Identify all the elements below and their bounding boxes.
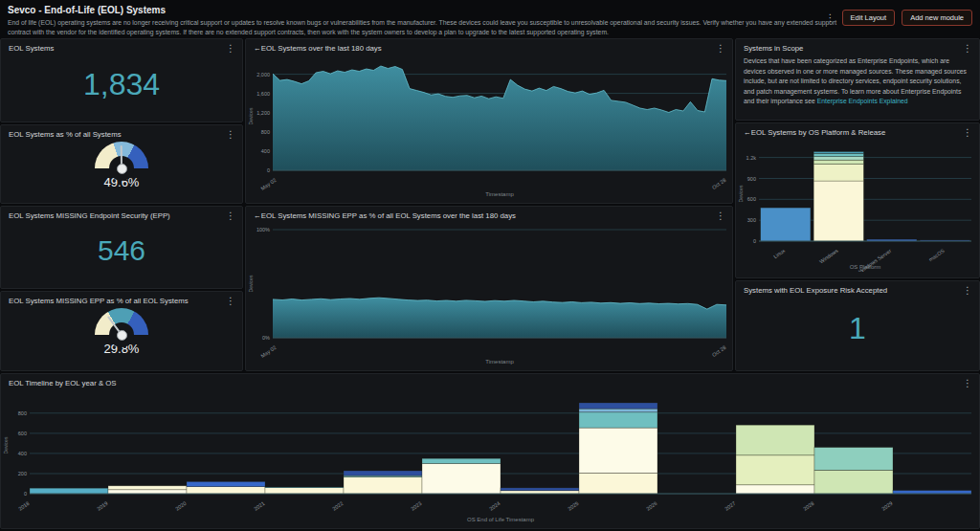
svg-text:1,600: 1,600 [256, 91, 270, 97]
svg-text:0: 0 [24, 491, 27, 497]
kebab-menu-icon[interactable]: ⋮ [226, 130, 235, 140]
svg-text:Linux: Linux [772, 248, 786, 260]
kebab-menu-icon[interactable]: ⋮ [826, 13, 835, 23]
chart-title-drilldown-link[interactable]: ←EOL Systems by OS Platform & Release [744, 128, 885, 137]
kebab-menu-icon[interactable]: ⋮ [716, 211, 725, 221]
card-eol-systems: EOL Systems ⋮ 1,834 [0, 38, 243, 122]
svg-text:2020: 2020 [174, 500, 187, 512]
svg-text:2022: 2022 [331, 500, 344, 512]
svg-text:2029: 2029 [880, 500, 893, 512]
svg-text:OS Platform: OS Platform [850, 264, 881, 270]
card-title: Systems in Scope [744, 44, 803, 53]
card-title: Systems with EOL Exposure Risk Accepted [744, 286, 887, 295]
gauge-hub [117, 164, 127, 174]
svg-text:400: 400 [261, 148, 270, 154]
card-title: EOL Systems MISSING EPP as % of all EOL … [9, 297, 189, 305]
kebab-menu-icon[interactable]: ⋮ [716, 44, 725, 54]
svg-text:600: 600 [18, 431, 27, 436]
area-chart-eol-systems-trend: 04008001,2001,6002,000May 02Oct 28Timest… [246, 55, 732, 203]
kebab-menu-icon[interactable]: ⋮ [226, 211, 235, 221]
svg-text:1,200: 1,200 [256, 110, 270, 116]
svg-text:2023: 2023 [410, 500, 422, 512]
kebab-menu-icon[interactable]: ⋮ [963, 286, 972, 296]
svg-text:Devices: Devices [248, 275, 254, 292]
svg-text:Devices: Devices [248, 107, 254, 124]
card-systems-in-scope: Systems in Scope ⋮ Devices that have bee… [735, 38, 980, 121]
card-eol-systems-percent: EOL Systems as % of all Systems ⋮ 49.6% [0, 124, 243, 204]
svg-text:2,000: 2,000 [256, 72, 270, 77]
page-header: Sevco - End-of-Life (EOL) Systems End of… [0, 0, 980, 36]
svg-text:OS End of Life Timestamp: OS End of Life Timestamp [467, 517, 535, 522]
svg-text:100%: 100% [256, 227, 270, 232]
kebab-menu-icon[interactable]: ⋮ [963, 44, 972, 54]
risk-accepted-count: 1 [849, 311, 866, 346]
svg-text:Oct 28: Oct 28 [711, 344, 727, 358]
systems-in-scope-description: Devices that have been categorized as En… [736, 55, 979, 109]
kebab-menu-icon[interactable]: ⋮ [226, 44, 235, 54]
kebab-menu-icon[interactable]: ⋮ [963, 379, 972, 388]
svg-text:800: 800 [18, 410, 27, 416]
eol-percent-gauge [95, 142, 148, 174]
enterprise-endpoints-link[interactable]: Enterprise Endpoints Explained [817, 98, 908, 104]
edit-layout-button[interactable]: Edit Layout [842, 10, 896, 26]
svg-text:macOS: macOS [927, 248, 946, 263]
chart-title-drilldown-link[interactable]: ←EOL Systems MISSING EPP as % of all EOL… [254, 211, 516, 220]
gauge-hub [117, 330, 127, 341]
eol-missing-epp-gauge [95, 308, 148, 341]
kebab-menu-icon[interactable]: ⋮ [963, 128, 972, 138]
svg-text:600: 600 [747, 196, 756, 202]
svg-text:Timestamp: Timestamp [485, 359, 514, 365]
bar-chart-eol-timeline: 0200400600800201820192020202120222023202… [1, 389, 979, 528]
card-eol-missing-epp-percent: EOL Systems MISSING EPP as % of all EOL … [0, 291, 243, 371]
svg-text:Timestamp: Timestamp [485, 191, 514, 197]
svg-text:Windows: Windows [818, 248, 839, 265]
svg-text:2025: 2025 [567, 500, 579, 512]
card-eol-systems-trend: ←EOL Systems over the last 180 days ⋮ 04… [245, 38, 733, 204]
card-title: EOL Systems as % of all Systems [9, 130, 122, 139]
card-risk-accepted: Systems with EOL Exposure Risk Accepted … [735, 280, 980, 371]
svg-text:0%: 0% [262, 335, 270, 341]
svg-text:2028: 2028 [802, 500, 814, 512]
svg-text:2018: 2018 [17, 500, 30, 512]
kebab-menu-icon[interactable]: ⋮ [226, 297, 235, 306]
svg-text:0: 0 [267, 167, 270, 173]
svg-text:400: 400 [18, 451, 27, 456]
svg-text:300: 300 [747, 217, 756, 223]
card-title: EOL Timeline by EOL year & OS [9, 379, 117, 387]
svg-text:1.2k: 1.2k [746, 155, 757, 161]
svg-text:May 02: May 02 [259, 177, 277, 191]
chart-title-drilldown-link[interactable]: ←EOL Systems over the last 180 days [254, 44, 382, 53]
svg-text:2019: 2019 [96, 500, 108, 512]
svg-text:Devices: Devices [3, 436, 9, 454]
svg-text:0: 0 [753, 238, 756, 244]
card-title: EOL Systems MISSING Endpoint Security (E… [9, 211, 170, 220]
eol-systems-count: 1,834 [83, 67, 160, 102]
svg-text:800: 800 [261, 129, 270, 135]
svg-text:Oct 28: Oct 28 [711, 177, 727, 190]
card-eol-timeline: EOL Timeline by EOL year & OS ⋮ 02004006… [0, 373, 980, 529]
svg-text:Devices: Devices [738, 185, 744, 202]
area-chart-missing-epp-percent-trend: 0%100%May 02Oct 28TimestampDevices [246, 222, 732, 370]
card-eol-by-os-platform: ←EOL Systems by OS Platform & Release ⋮ … [735, 122, 980, 278]
bar-chart-eol-by-os-platform: 03006009001.2kLinuxWindowsWindows Server… [736, 139, 979, 276]
svg-text:2027: 2027 [724, 500, 736, 512]
svg-text:May 02: May 02 [259, 344, 277, 359]
svg-text:200: 200 [18, 471, 27, 476]
svg-text:900: 900 [747, 176, 756, 182]
header-actions: ⋮ Edit Layout Add new module [826, 10, 972, 26]
svg-text:2024: 2024 [488, 500, 501, 512]
dashboard: Sevco - End-of-Life (EOL) Systems End of… [0, 0, 980, 531]
card-missing-epp-percent-trend: ←EOL Systems MISSING EPP as % of all EOL… [245, 206, 733, 371]
card-title: EOL Systems [9, 44, 54, 53]
svg-text:2021: 2021 [253, 500, 265, 512]
eol-missing-epp-count: 546 [98, 234, 145, 267]
svg-text:2026: 2026 [645, 500, 657, 512]
card-eol-missing-epp: EOL Systems MISSING Endpoint Security (E… [0, 206, 243, 289]
page-description: End of life (EOL) operating systems are … [8, 18, 855, 37]
add-new-module-button[interactable]: Add new module [902, 10, 972, 26]
